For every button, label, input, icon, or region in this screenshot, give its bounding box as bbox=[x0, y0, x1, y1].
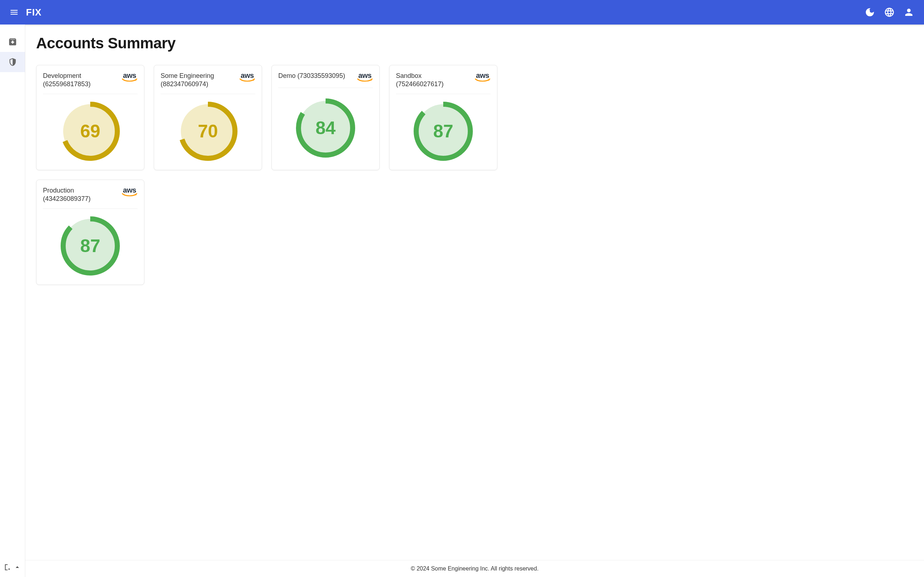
logout-settings-icon bbox=[4, 563, 12, 571]
score-value: 84 bbox=[295, 97, 356, 159]
sidebar-item-inventory[interactable] bbox=[0, 32, 25, 52]
brand-name: FIX bbox=[26, 7, 42, 18]
account-card-header: Production (434236089377) aws bbox=[43, 187, 137, 209]
aws-smile-icon bbox=[122, 193, 137, 197]
account-button[interactable] bbox=[900, 3, 918, 21]
person-icon bbox=[903, 7, 914, 18]
archive-icon bbox=[8, 37, 17, 47]
appbar: FIX bbox=[0, 0, 924, 24]
score-value: 70 bbox=[177, 101, 239, 162]
aws-logo-text: aws bbox=[123, 72, 136, 79]
aws-smile-icon bbox=[239, 78, 255, 82]
dark-mode-icon bbox=[864, 7, 875, 18]
score-gauge: 84 bbox=[295, 97, 356, 159]
page-title: Accounts Summary bbox=[36, 35, 913, 52]
account-card[interactable]: Some Engineering (882347060974) aws 70 bbox=[154, 65, 262, 170]
account-card[interactable]: Demo (730335593095) aws 84 bbox=[271, 65, 380, 170]
hamburger-icon bbox=[10, 8, 19, 17]
aws-smile-icon bbox=[475, 78, 491, 82]
provider-badge: aws bbox=[475, 72, 491, 82]
account-card-header: Demo (730335593095) aws bbox=[278, 72, 373, 88]
aws-logo-text: aws bbox=[476, 72, 489, 79]
score-value: 87 bbox=[60, 215, 121, 277]
menu-button[interactable] bbox=[6, 5, 22, 20]
account-card-header: Some Engineering (882347060974) aws bbox=[161, 72, 255, 94]
account-card[interactable]: Sandbox (752466027617) aws 87 bbox=[389, 65, 498, 170]
chevron-up-icon bbox=[13, 563, 21, 571]
sidebar-collapse-button[interactable] bbox=[0, 557, 25, 577]
provider-badge: aws bbox=[239, 72, 255, 82]
account-name: Some Engineering (882347060974) bbox=[161, 72, 236, 89]
sidebar bbox=[0, 24, 25, 577]
aws-logo-text: aws bbox=[359, 72, 372, 79]
sidebar-item-security[interactable] bbox=[0, 52, 25, 72]
footer-text: © 2024 Some Engineering Inc. All rights … bbox=[25, 560, 924, 577]
provider-badge: aws bbox=[122, 187, 137, 197]
language-button[interactable] bbox=[881, 3, 898, 21]
score-value: 87 bbox=[412, 101, 474, 162]
account-name: Demo (730335593095) bbox=[278, 72, 345, 80]
aws-logo-text: aws bbox=[123, 187, 136, 193]
aws-logo-text: aws bbox=[241, 72, 254, 79]
provider-badge: aws bbox=[357, 72, 373, 82]
account-name: Sandbox (752466027617) bbox=[396, 72, 471, 89]
account-card-header: Development (625596817853) aws bbox=[43, 72, 137, 94]
aws-smile-icon bbox=[357, 78, 373, 82]
account-card[interactable]: Development (625596817853) aws 69 bbox=[36, 65, 144, 170]
shield-icon bbox=[8, 57, 17, 67]
score-gauge: 70 bbox=[177, 101, 239, 162]
globe-icon bbox=[884, 7, 895, 18]
aws-smile-icon bbox=[122, 78, 137, 82]
account-name: Production (434236089377) bbox=[43, 187, 118, 203]
score-value: 69 bbox=[60, 101, 121, 162]
account-card[interactable]: Production (434236089377) aws 87 bbox=[36, 180, 144, 285]
account-name: Development (625596817853) bbox=[43, 72, 118, 89]
score-gauge: 69 bbox=[60, 101, 121, 162]
content-area: Accounts Summary Development (6255968178… bbox=[25, 24, 924, 560]
account-card-header: Sandbox (752466027617) aws bbox=[396, 72, 491, 94]
score-gauge: 87 bbox=[60, 215, 121, 277]
score-gauge: 87 bbox=[412, 101, 474, 162]
theme-toggle-button[interactable] bbox=[861, 3, 879, 21]
account-cards-grid: Development (625596817853) aws 69 bbox=[36, 65, 913, 285]
provider-badge: aws bbox=[122, 72, 137, 82]
